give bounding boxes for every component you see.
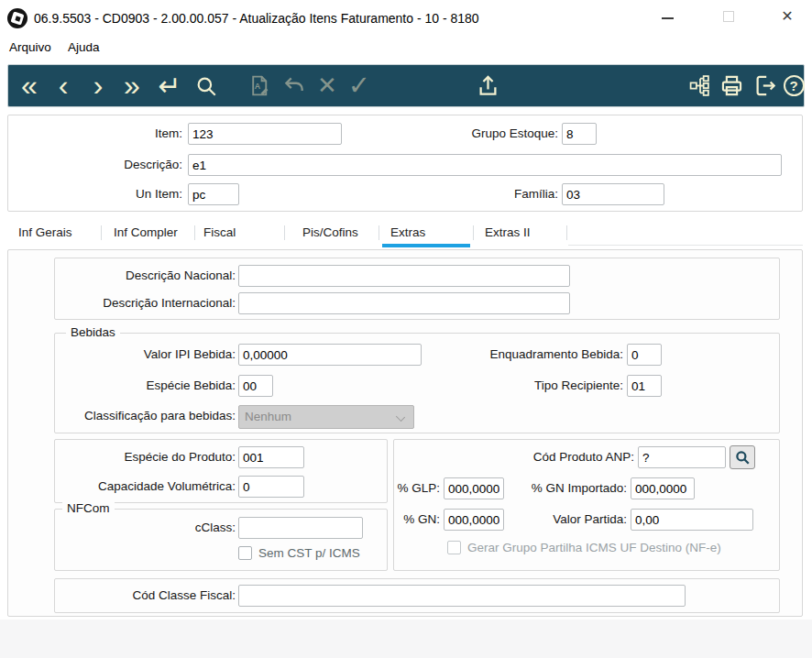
nfcom-legend: NFCom [62,501,115,515]
cod-classe-fiscal-label: Cód Classe Fiscal: [55,585,236,607]
gn-importado-input[interactable] [631,477,695,499]
grupo-estoque-input[interactable] [562,123,597,145]
close-button[interactable]: ✕ [766,0,808,33]
maximize-button[interactable] [708,0,750,33]
grupo-estoque-label: Grupo Estoque: [338,123,558,145]
valor-ipi-bebida-label: Valor IPI Bebida: [55,344,236,366]
gn-label: % GN: [394,509,440,531]
upload-button[interactable] [471,65,504,106]
glp-label: % GLP: [394,477,440,499]
tab-extras[interactable]: Extras [390,220,425,246]
gerar-grupo-partilha-label: Gerar Grupo Partilha ICMS UF Destino (NF… [467,540,721,556]
status-bar [0,620,812,658]
valor-partida-input[interactable] [631,509,753,531]
undo-button[interactable] [280,65,309,106]
gn-importado-label: % GN Importado: [508,477,627,499]
menu-arquivo[interactable]: Arquivo [4,37,57,60]
cod-produto-anp-label: Cód Produto ANP: [467,446,634,468]
tab-inf-compler[interactable]: Inf Compler [114,220,178,246]
active-tab-underline [382,244,470,247]
descricao-internacional-input[interactable] [238,292,570,314]
classificacao-bebidas-label: Classificação para bebidas: [55,405,236,427]
nav-prev-button[interactable]: ‹ [50,65,76,106]
enter-button[interactable]: ↵ [153,65,186,106]
descricao-input[interactable] [188,154,782,176]
toolbar: « ‹ › » ↵ A ✕ ✓ [7,64,805,107]
exit-button[interactable] [749,65,780,106]
undo-icon [282,74,306,98]
cod-produto-anp-input[interactable] [638,446,726,468]
cclass-input[interactable] [238,517,363,539]
search-button[interactable] [192,65,221,106]
tab-divider [566,225,567,240]
tab-divider [284,225,285,240]
descricao-nacional-label: Descrição Nacional: [55,265,236,287]
cod-classe-fiscal-input[interactable] [238,585,686,607]
nav-first-button[interactable]: « [14,65,45,106]
tab-pis-cofins[interactable]: Pis/Cofins [302,220,358,246]
descricao-nacional-input[interactable] [238,265,570,287]
nav-next-button[interactable]: › [85,65,111,106]
cancel-button[interactable]: ✕ [313,65,342,106]
tab-divider [379,225,379,240]
glp-input[interactable] [444,477,504,499]
classificacao-bebidas-select[interactable]: Nenhum [238,405,414,429]
capacidade-volumetrica-input[interactable] [238,476,304,498]
printer-icon [719,73,744,98]
un-item-label: Un Item: [8,183,182,205]
valor-partida-label: Valor Partida: [535,509,627,531]
print-button[interactable] [716,65,747,106]
tab-divider [101,225,102,240]
tab-extras-ii[interactable]: Extras II [485,220,531,246]
titlebar: 06.9.5503 - CD0903 - 2.00.00.057 - Atual… [0,0,812,37]
bebidas-fieldset: Bebidas Valor IPI Bebida: Enquadramento … [54,333,780,433]
nav-last-button[interactable]: » [116,65,148,106]
extras-tab-page: Descrição Nacional: Descrição Internacio… [7,249,803,617]
tree-button[interactable] [685,65,714,106]
tabstrip-baseline [568,245,803,246]
search-icon [194,74,218,98]
descriptions-box: Descrição Nacional: Descrição Internacio… [54,258,780,320]
edit-button[interactable]: A [245,65,274,106]
chevron-down-icon [396,412,405,422]
help-icon: ? [784,75,805,96]
item-input[interactable] [188,123,342,145]
especie-produto-input[interactable] [238,446,304,468]
maximize-icon [723,11,734,22]
gn-input[interactable] [444,509,504,531]
classe-fiscal-box: Cód Classe Fiscal: [54,578,780,613]
un-item-input[interactable] [188,183,239,205]
tipo-recipiente-label: Tipo Recipiente: [403,375,623,397]
help-button[interactable]: ? [780,65,807,106]
sem-cst-checkbox[interactable] [238,546,252,560]
especie-bebida-input[interactable] [238,375,273,397]
menu-ajuda[interactable]: Ajuda [62,37,105,60]
descricao-label: Descrição: [8,154,182,176]
nfcom-fieldset: NFCom cClass: Sem CST p/ ICMS [54,509,388,571]
gerar-grupo-partilha-checkbox[interactable] [447,541,461,554]
produto-box: Espécie do Produto: Capacidade Volumétri… [54,439,388,503]
edit-document-icon: A [248,74,271,97]
confirm-button[interactable]: ✓ [344,65,375,106]
svg-text:A: A [254,82,260,91]
tab-divider [194,225,195,240]
valor-ipi-bebida-input[interactable] [238,344,422,366]
close-icon: ✕ [781,8,793,24]
upload-icon [476,73,500,98]
enquadramento-bebida-input[interactable] [627,344,662,366]
bebidas-legend: Bebidas [66,325,120,339]
especie-bebida-label: Espécie Bebida: [55,375,236,397]
tab-fiscal[interactable]: Fiscal [203,220,236,246]
tab-inf-gerais[interactable]: Inf Gerais [18,220,72,246]
familia-input[interactable] [562,183,664,205]
capacidade-volumetrica-label: Capacidade Volumétrica: [55,476,236,498]
window-title: 06.9.5503 - CD0903 - 2.00.00.057 - Atual… [34,0,479,37]
tipo-recipiente-input[interactable] [627,375,662,397]
sem-cst-label: Sem CST p/ ICMS [258,545,360,562]
item-label: Item: [8,123,182,145]
minimize-icon [662,17,674,19]
minimize-button[interactable] [646,0,688,33]
anp-search-button[interactable] [730,445,755,469]
anp-box: Cód Produto ANP: % GLP: % GN Importado: … [393,439,780,571]
logout-icon [752,73,777,98]
